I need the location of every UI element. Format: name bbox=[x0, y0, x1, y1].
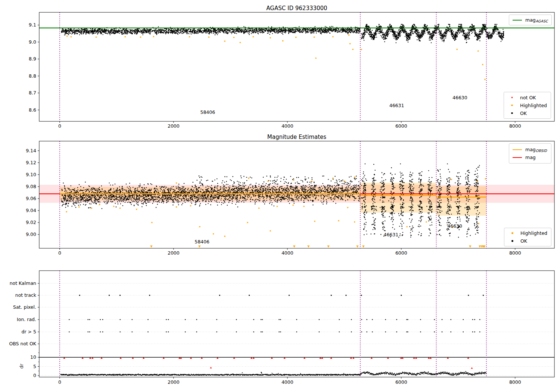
obsid-annotation: 58406 bbox=[195, 239, 209, 245]
series-dr-black-outliers bbox=[261, 372, 262, 374]
plot-canvas: 584064663146630020004000600080009.19.08.… bbox=[0, 0, 560, 392]
legend-row: mag bbox=[513, 153, 548, 161]
legend-row: OK bbox=[508, 237, 548, 245]
y-tick-label: 9.06 bbox=[26, 196, 36, 201]
panel-top-agasc: 584064663146630020004000600080009.19.08.… bbox=[29, 12, 554, 129]
flag-row-label: OBS not OK bbox=[9, 341, 36, 346]
figure: 584064663146630020004000600080009.19.08.… bbox=[0, 0, 560, 392]
y-tick-label: 9.10 bbox=[26, 172, 36, 177]
flag-row-label: dr > 5 bbox=[22, 329, 36, 335]
obsid-annotation: 46630 bbox=[452, 95, 467, 100]
x-tick-label: 6000 bbox=[395, 123, 407, 129]
legend-row: Highlighted bbox=[508, 229, 548, 237]
obsid-annotation: 58406 bbox=[200, 109, 215, 115]
flag-row-label: Ion. rad. bbox=[17, 317, 36, 322]
x-tick-label: 2000 bbox=[168, 379, 180, 385]
flag-row-label: Sat. pixel. bbox=[13, 304, 36, 310]
legend-mag-agasc: magAGASC bbox=[509, 15, 552, 25]
legend-row: magAGASC bbox=[513, 16, 548, 24]
legend-row: OK bbox=[507, 109, 547, 117]
obsid-annotation: 46631 bbox=[383, 232, 398, 237]
x-tick-label: 6000 bbox=[395, 379, 407, 385]
legend-label: OK bbox=[520, 238, 527, 244]
legend-label: magOBSID bbox=[525, 147, 547, 153]
mag-agasc-line-swatch bbox=[513, 20, 522, 21]
series-dr-red-outliers bbox=[210, 367, 473, 369]
dr-tick-label: 10 bbox=[30, 354, 36, 360]
x-tick-label: 2000 bbox=[168, 250, 180, 256]
obsid-band-3 bbox=[436, 186, 486, 216]
y-tick-label: 9.1 bbox=[29, 22, 36, 28]
y-tick-label: 9.02 bbox=[26, 220, 36, 225]
obsid-annotation: 46631 bbox=[389, 103, 404, 108]
y-tick-label: 9.00 bbox=[26, 231, 36, 237]
x-tick-label: 0 bbox=[58, 123, 61, 129]
y-tick-label: 8.9 bbox=[29, 56, 36, 62]
legend-row: not OK bbox=[507, 94, 547, 102]
legend-label: mag bbox=[525, 155, 536, 160]
title-middle: Magnitude Estimates bbox=[267, 134, 326, 140]
series-ok-right-oscillation bbox=[361, 24, 504, 43]
series-highlighted-outliers bbox=[66, 34, 486, 80]
flag-row-label: not track bbox=[15, 292, 37, 298]
y-tick-label: 8.8 bbox=[29, 73, 36, 79]
not-ok-marker-swatch bbox=[507, 96, 517, 99]
y-tick-label: 9.12 bbox=[26, 160, 36, 165]
legend-label: magAGASC bbox=[525, 17, 548, 23]
mag-obsid-line-swatch bbox=[513, 149, 522, 150]
y-tick-label: 8.6 bbox=[29, 107, 36, 113]
x-tick-label: 4000 bbox=[281, 379, 293, 385]
highlighted-marker-swatch bbox=[507, 103, 517, 107]
legend-mag-obsid: magOBSID mag bbox=[509, 143, 551, 164]
x-tick-label: 0 bbox=[58, 250, 61, 256]
legend-label: OK bbox=[520, 111, 527, 116]
x-tick-label: 8000 bbox=[509, 250, 521, 256]
y-tick-label: 9.14 bbox=[26, 148, 36, 153]
dr-tick-label: 0 bbox=[33, 373, 36, 378]
series-ok-left bbox=[61, 26, 361, 35]
dr-axis-label: dr bbox=[19, 364, 24, 369]
flag-row-label: not Kalman bbox=[10, 280, 36, 286]
panel-flags-dr: 02000400060008000not Kalmannot trackSat.… bbox=[9, 271, 554, 385]
x-tick-label: 8000 bbox=[509, 379, 521, 385]
x-tick-label: 6000 bbox=[395, 250, 407, 256]
x-tick-label: 4000 bbox=[281, 250, 293, 256]
panel-magnitude-estimates: 584064663146630020004000600080009.149.12… bbox=[26, 141, 554, 256]
legend-row: magOBSID bbox=[513, 146, 548, 153]
y-tick-label: 8.7 bbox=[29, 90, 36, 96]
legend-label: not OK bbox=[520, 95, 536, 100]
ok-marker-swatch bbox=[507, 111, 517, 115]
x-tick-label: 4000 bbox=[281, 123, 293, 129]
series-highlighted-high bbox=[176, 176, 486, 184]
legend-top-markers: not OK Highlighted OK bbox=[504, 92, 551, 119]
dr-tick-label: 5 bbox=[33, 364, 36, 369]
x-tick-label: 2000 bbox=[168, 123, 180, 129]
legend-row: Highlighted bbox=[507, 102, 547, 109]
ok-marker-swatch bbox=[508, 239, 517, 243]
y-tick-label: 9.0 bbox=[29, 39, 36, 45]
title-top: AGASC ID 962333000 bbox=[266, 5, 327, 12]
legend-label: Highlighted bbox=[520, 230, 547, 236]
obsid-annotation: 46630 bbox=[447, 223, 462, 229]
axes-spines bbox=[39, 271, 554, 377]
x-tick-label: 8000 bbox=[509, 123, 521, 129]
mag-line-swatch bbox=[513, 157, 522, 158]
legend-label: Highlighted bbox=[520, 103, 547, 108]
series-highlighted-clipped-bottom bbox=[150, 245, 485, 248]
legend-middle-markers: Highlighted OK bbox=[504, 228, 551, 246]
y-tick-label: 9.08 bbox=[26, 184, 36, 189]
y-tick-label: 9.04 bbox=[26, 208, 36, 213]
highlighted-marker-swatch bbox=[508, 231, 517, 235]
series-dr-trace bbox=[60, 371, 486, 376]
x-tick-label: 0 bbox=[58, 379, 61, 385]
